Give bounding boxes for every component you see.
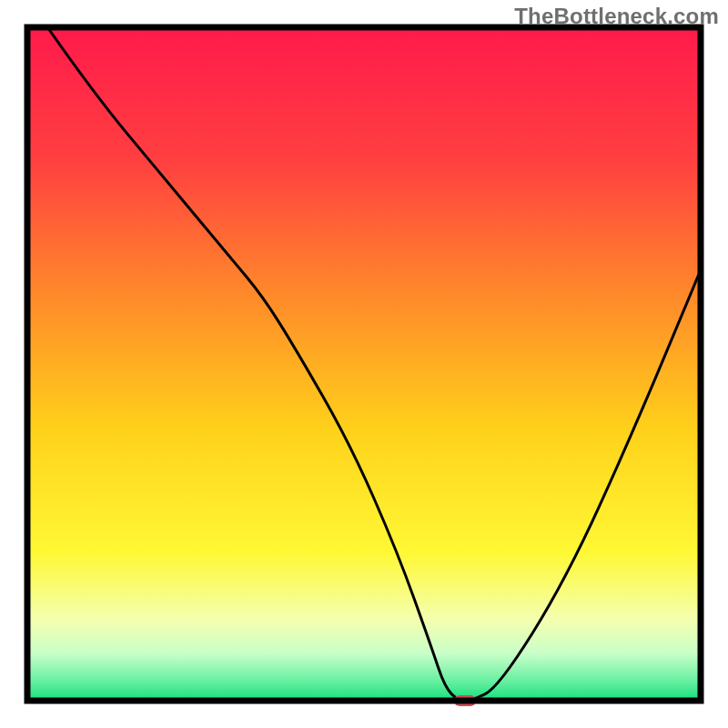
chart-frame: TheBottleneck.com [0, 0, 728, 728]
plot-background [27, 27, 701, 701]
bottleneck-chart [0, 0, 728, 728]
watermark-label: TheBottleneck.com [514, 4, 719, 29]
